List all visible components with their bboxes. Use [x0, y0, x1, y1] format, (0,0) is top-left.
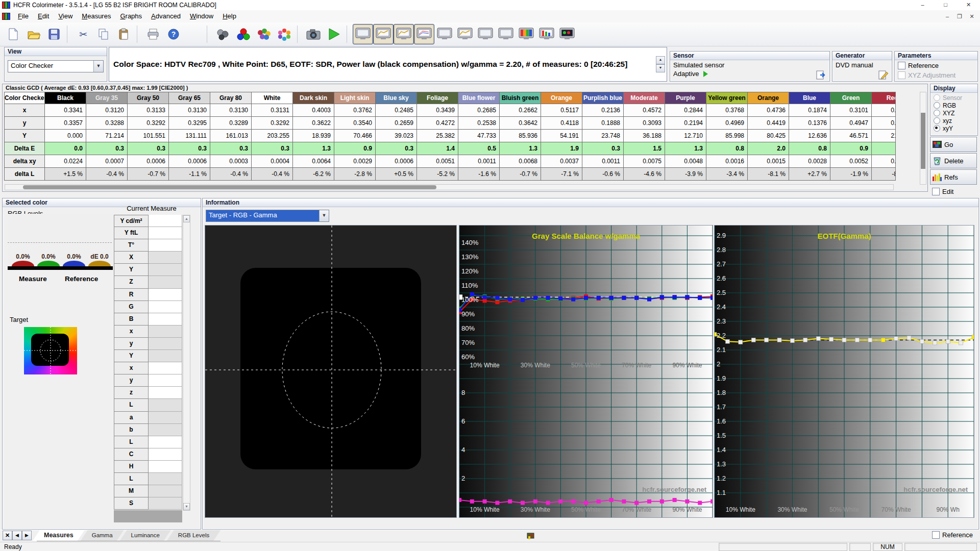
- menu-advanced[interactable]: Advanced: [146, 11, 185, 22]
- sensor-config-icon[interactable]: [213, 24, 233, 44]
- rgb-measure-icon[interactable]: [233, 24, 254, 44]
- cut-icon[interactable]: ✂: [73, 24, 93, 44]
- save-button[interactable]: [44, 24, 64, 44]
- menu-edit[interactable]: Edit: [33, 11, 54, 22]
- next-tab-button[interactable]: ▶: [22, 531, 32, 540]
- view-monitor-button-7[interactable]: [475, 24, 496, 44]
- close-tab-button[interactable]: ✕: [3, 531, 12, 540]
- view-type-dropdown[interactable]: Color Checker ▼: [8, 60, 104, 72]
- graph-type-dropdown[interactable]: Target - RGB - Gamma ▼: [206, 210, 329, 222]
- column-header-purple[interactable]: Purple: [665, 92, 706, 104]
- view-monitor-button-1[interactable]: [353, 24, 373, 44]
- view-monitor-button-3[interactable]: [394, 24, 414, 44]
- view-monitor-button-2[interactable]: [373, 24, 394, 44]
- menu-view[interactable]: View: [54, 11, 77, 22]
- display-radio-xyz[interactable]: XYZ: [930, 110, 977, 116]
- info-spinner[interactable]: ▲ ▼: [656, 56, 665, 72]
- chevron-down-icon[interactable]: ▼: [319, 210, 329, 221]
- column-header-white[interactable]: White: [252, 92, 292, 104]
- scroll-up-icon[interactable]: ▲: [183, 215, 190, 222]
- display-radio-xyy[interactable]: xyY: [930, 125, 977, 132]
- menu-window[interactable]: Window: [185, 11, 218, 22]
- spin-up-icon[interactable]: ▲: [656, 56, 665, 64]
- display-radio-xyz[interactable]: xyz: [930, 117, 977, 124]
- column-header-gray-50[interactable]: Gray 50: [128, 92, 168, 104]
- view-monitor-button-4[interactable]: [414, 24, 434, 44]
- view-monitor-button-11[interactable]: [557, 24, 577, 44]
- view-monitor-button-8[interactable]: [496, 24, 516, 44]
- column-header-bluish-green[interactable]: Bluish green: [500, 92, 541, 104]
- column-header-dark-skin[interactable]: Dark skin: [293, 92, 334, 104]
- column-header-foliage[interactable]: Foliage: [417, 92, 458, 104]
- mdi-close-button[interactable]: ✕: [966, 13, 978, 20]
- column-header-green[interactable]: Green: [830, 92, 871, 104]
- mdi-restore-button[interactable]: ❐: [953, 13, 966, 20]
- view-monitor-button-10[interactable]: [536, 24, 557, 44]
- radio-icon[interactable]: [934, 110, 940, 116]
- column-header-black[interactable]: Black: [45, 92, 86, 104]
- column-header-yellow-green[interactable]: Yellow green: [706, 92, 747, 104]
- chevron-down-icon[interactable]: ▼: [93, 61, 103, 72]
- camera-icon[interactable]: [303, 24, 324, 44]
- paste-icon[interactable]: [114, 24, 134, 44]
- column-header-gray-35[interactable]: Gray 35: [86, 92, 127, 104]
- minimize-button[interactable]: –: [911, 0, 934, 10]
- help-button[interactable]: ?: [163, 24, 184, 44]
- radio-icon[interactable]: [934, 125, 940, 132]
- display-radio-rgb[interactable]: RGB: [930, 102, 977, 109]
- column-header-red[interactable]: Red: [872, 92, 896, 104]
- column-header-orange[interactable]: Orange: [748, 92, 789, 104]
- run-measures-icon[interactable]: [324, 24, 344, 44]
- generator-config-icon[interactable]: [878, 70, 889, 80]
- column-header-moderate[interactable]: Moderate: [624, 92, 665, 104]
- spin-down-icon[interactable]: ▼: [656, 64, 665, 72]
- scroll-down-icon[interactable]: ▼: [183, 503, 190, 510]
- delete-button[interactable]: Delete: [930, 153, 977, 168]
- checkbox-box[interactable]: [898, 62, 905, 69]
- sensor-play-icon[interactable]: [703, 71, 708, 77]
- table-vertical-scrollbar[interactable]: [920, 92, 926, 185]
- mdi-minimize-button[interactable]: –: [941, 13, 953, 20]
- column-header-gray-65[interactable]: Gray 65: [169, 92, 210, 104]
- sensor-export-icon[interactable]: [816, 70, 826, 80]
- prev-tab-button[interactable]: ◀: [12, 531, 22, 540]
- go-button[interactable]: Go: [930, 137, 977, 152]
- menu-help[interactable]: Help: [218, 11, 241, 22]
- radio-icon[interactable]: [934, 102, 940, 109]
- view-monitor-button-5[interactable]: [434, 24, 455, 44]
- tab-luminance[interactable]: Luminance: [120, 530, 171, 541]
- menu-graphs[interactable]: Graphs: [115, 11, 146, 22]
- column-header-gray-80[interactable]: Gray 80: [210, 92, 251, 104]
- maximize-button[interactable]: □: [934, 0, 957, 10]
- close-button[interactable]: ✕: [957, 0, 980, 10]
- column-header-blue-sky[interactable]: Blue sky: [376, 92, 416, 104]
- edit-checkbox[interactable]: Edit: [932, 188, 953, 195]
- reference-checkbox[interactable]: Reference: [932, 531, 973, 539]
- tab-rgb-levels[interactable]: RGB Levels: [167, 530, 220, 541]
- table-cell: 0.0064: [293, 155, 334, 167]
- measure-table-scrollbar[interactable]: ▲ ▼: [183, 215, 190, 511]
- column-header-light-skin[interactable]: Light skin: [334, 92, 375, 104]
- view-monitor-button-9[interactable]: [516, 24, 536, 44]
- table-horizontal-scrollbar[interactable]: [5, 184, 894, 190]
- open-file-button[interactable]: [23, 24, 44, 44]
- menu-file[interactable]: File: [13, 11, 33, 22]
- column-header-blue-flower[interactable]: Blue flower: [458, 92, 499, 104]
- refs-button[interactable]: Refs: [930, 169, 977, 185]
- reference-checkbox-box[interactable]: [932, 531, 940, 539]
- edit-checkbox-box[interactable]: [932, 188, 940, 195]
- color-cluster-icon[interactable]: [254, 24, 274, 44]
- color-wheel-icon[interactable]: [274, 24, 295, 44]
- param-checkbox-reference[interactable]: Reference: [898, 62, 974, 69]
- tab-measures[interactable]: Measures: [33, 530, 85, 541]
- radio-icon[interactable]: [934, 117, 940, 124]
- print-button[interactable]: [143, 24, 163, 44]
- column-header-purplish-blue[interactable]: Purplish blue: [582, 92, 623, 104]
- view-monitor-button-6[interactable]: [455, 24, 475, 44]
- tab-gamma[interactable]: Gamma: [81, 530, 124, 541]
- copy-icon[interactable]: [93, 24, 114, 44]
- new-file-button[interactable]: [3, 24, 23, 44]
- column-header-blue[interactable]: Blue: [789, 92, 830, 104]
- menu-measures[interactable]: Measures: [77, 11, 115, 22]
- column-header-orange[interactable]: Orange: [541, 92, 582, 104]
